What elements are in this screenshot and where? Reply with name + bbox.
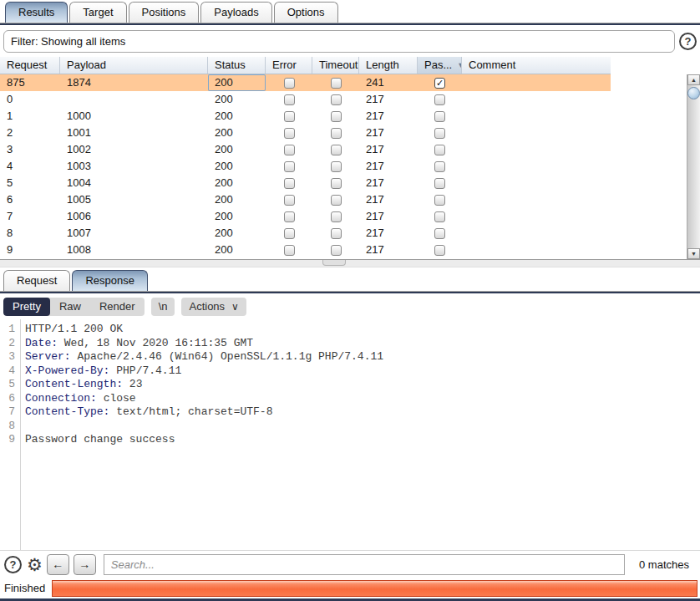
tab-results[interactable]: Results	[5, 2, 68, 23]
status-cell: 200	[208, 175, 266, 191]
newline-toggle-button[interactable]: \n	[151, 298, 175, 316]
pane-splitter[interactable]	[0, 260, 700, 267]
pas-checkbox[interactable]: ✓	[434, 128, 445, 139]
filter-bar[interactable]: Filter: Showing all items	[3, 30, 675, 53]
render-button[interactable]: Render	[90, 298, 145, 316]
table-row[interactable]: 0 200 ✓ ✓ 217 ✓	[0, 91, 611, 108]
response-editor[interactable]: 1 HTTP/1.1 200 OK 2 Date: Wed, 18 Nov 20…	[0, 319, 700, 550]
column-header-timeout[interactable]: Timeout	[312, 57, 359, 74]
previous-match-button[interactable]: ←	[47, 554, 69, 575]
table-row[interactable]: 4 1003 200 ✓ ✓ 217 ✓	[0, 158, 611, 175]
table-row[interactable]: 6 1005 200 ✓ ✓ 217 ✓	[0, 191, 611, 208]
length-cell: 217	[359, 191, 418, 208]
error-checkbox[interactable]: ✓	[284, 78, 295, 89]
search-help-icon[interactable]: ?	[4, 556, 22, 573]
search-input[interactable]	[104, 554, 625, 575]
pas-checkbox[interactable]: ✓	[434, 94, 445, 105]
column-header-payload[interactable]: Payload	[60, 57, 208, 74]
pas-checkbox[interactable]: ✓	[434, 228, 445, 239]
response-line: 6 Connection: close	[0, 392, 700, 406]
line-text: Content-Length: 23	[20, 378, 142, 392]
table-row[interactable]: 7 1006 200 ✓ ✓ 217 ✓	[0, 208, 611, 225]
column-header-error[interactable]: Error	[266, 57, 312, 74]
timeout-checkbox[interactable]: ✓	[331, 211, 342, 222]
pas-checkbox[interactable]: ✓	[434, 111, 445, 122]
timeout-checkbox[interactable]: ✓	[331, 78, 342, 89]
error-checkbox[interactable]: ✓	[284, 245, 295, 256]
timeout-checkbox[interactable]: ✓	[331, 128, 342, 139]
pretty-button[interactable]: Pretty	[3, 298, 50, 316]
response-line: 5 Content-Length: 23	[0, 378, 700, 392]
results-table: Request Payload Status Error Timeout Len…	[0, 57, 700, 260]
pas-checkbox[interactable]: ✓	[434, 161, 445, 172]
table-row[interactable]: 3 1002 200 ✓ ✓ 217 ✓	[0, 141, 611, 158]
gear-icon[interactable]: ⚙	[27, 556, 43, 573]
error-checkbox[interactable]: ✓	[284, 161, 295, 172]
pas-checkbox[interactable]: ✓	[434, 178, 445, 189]
column-header-status[interactable]: Status	[208, 57, 266, 74]
line-text: Connection: close	[20, 392, 136, 406]
scrollbar-track[interactable]	[687, 85, 700, 248]
length-cell: 217	[359, 158, 418, 175]
table-row[interactable]: 2 1001 200 ✓ ✓ 217 ✓	[0, 125, 611, 141]
error-checkbox[interactable]: ✓	[284, 211, 295, 222]
tab-payloads[interactable]: Payloads	[200, 2, 271, 23]
pas-cell: ✓	[418, 158, 462, 175]
pas-checkbox[interactable]: ✓	[434, 195, 445, 206]
error-checkbox[interactable]: ✓	[284, 128, 295, 139]
tab-response[interactable]: Response	[72, 270, 148, 291]
error-checkbox[interactable]: ✓	[284, 228, 295, 239]
next-match-button[interactable]: →	[74, 554, 96, 575]
pas-checkbox[interactable]: ✓	[434, 78, 445, 89]
payload-cell: 1008	[60, 242, 208, 258]
table-row[interactable]: 8 1007 200 ✓ ✓ 217 ✓	[0, 225, 611, 242]
line-number: 7	[0, 405, 20, 420]
tab-request[interactable]: Request	[3, 270, 70, 291]
timeout-checkbox[interactable]: ✓	[331, 178, 342, 189]
error-checkbox[interactable]: ✓	[284, 111, 295, 122]
timeout-checkbox[interactable]: ✓	[331, 94, 342, 105]
scroll-down-icon[interactable]: ▼	[687, 248, 700, 259]
timeout-cell: ✓	[312, 242, 359, 258]
scrollbar-thumb[interactable]	[687, 87, 700, 99]
request-cell: 1	[0, 108, 60, 125]
timeout-checkbox[interactable]: ✓	[331, 195, 342, 206]
column-header-comment[interactable]: Comment	[462, 57, 611, 74]
actions-button[interactable]: Actions∨	[181, 298, 246, 316]
timeout-checkbox[interactable]: ✓	[331, 145, 342, 155]
table-row[interactable]: 9 1008 200 ✓ ✓ 217 ✓	[0, 242, 611, 258]
response-line: 4 X-Powered-By: PHP/7.4.11	[0, 364, 700, 379]
pas-checkbox[interactable]: ✓	[434, 145, 445, 155]
tab-positions[interactable]: Positions	[129, 2, 200, 23]
length-cell: 217	[359, 175, 418, 191]
payload-cell: 1007	[60, 225, 208, 242]
error-checkbox[interactable]: ✓	[284, 94, 295, 105]
payload-cell: 1002	[60, 141, 208, 158]
timeout-checkbox[interactable]: ✓	[331, 228, 342, 239]
raw-button[interactable]: Raw	[50, 298, 90, 316]
scroll-up-icon[interactable]: ▲	[687, 74, 700, 85]
timeout-checkbox[interactable]: ✓	[331, 111, 342, 122]
table-row[interactable]: 875 1874 200 ✓ ✓ 241 ✓	[0, 74, 611, 91]
search-toolbar: ? ⚙ ← → 0 matches	[0, 550, 700, 578]
column-header-length[interactable]: Length	[359, 57, 418, 74]
pas-checkbox[interactable]: ✓	[434, 211, 445, 222]
help-icon[interactable]: ?	[679, 33, 697, 50]
error-checkbox[interactable]: ✓	[284, 178, 295, 189]
column-header-request[interactable]: Request	[0, 57, 60, 74]
timeout-checkbox[interactable]: ✓	[331, 161, 342, 172]
splitter-handle[interactable]	[322, 260, 346, 266]
table-row[interactable]: 1 1000 200 ✓ ✓ 217 ✓	[0, 108, 611, 125]
table-scrollbar[interactable]: ▲ ▼	[687, 74, 700, 259]
status-cell: 200	[208, 242, 266, 258]
error-checkbox[interactable]: ✓	[284, 195, 295, 206]
view-mode-group: Pretty Raw Render	[3, 298, 145, 316]
column-header-pas[interactable]: Pas... ▼	[418, 57, 462, 74]
tab-options[interactable]: Options	[274, 2, 338, 23]
error-checkbox[interactable]: ✓	[284, 145, 295, 155]
pas-checkbox[interactable]: ✓	[434, 245, 445, 256]
tab-target[interactable]: Target	[69, 2, 126, 23]
table-row[interactable]: 5 1004 200 ✓ ✓ 217 ✓	[0, 175, 611, 191]
error-cell: ✓	[266, 125, 312, 141]
timeout-checkbox[interactable]: ✓	[331, 245, 342, 256]
